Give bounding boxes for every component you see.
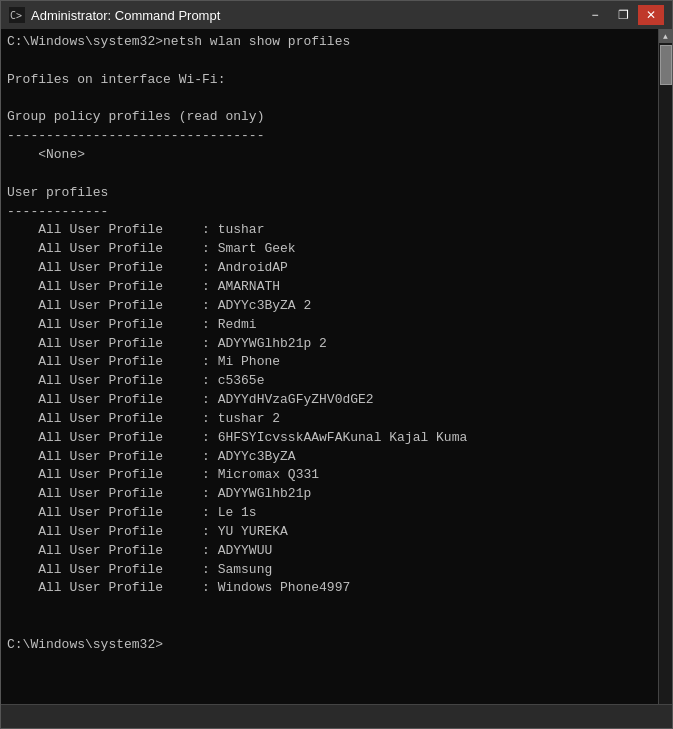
minimize-button[interactable]: −	[582, 5, 608, 25]
window-title: Administrator: Command Prompt	[31, 8, 220, 23]
scrollbar-thumb[interactable]	[660, 45, 672, 85]
title-bar-left: C> Administrator: Command Prompt	[9, 7, 220, 23]
scroll-up-arrow[interactable]: ▲	[659, 29, 673, 43]
scrollbar[interactable]: ▲	[658, 29, 672, 704]
title-bar-controls: − ❐ ✕	[582, 5, 664, 25]
taskbar	[1, 704, 672, 728]
maximize-button[interactable]: ❐	[610, 5, 636, 25]
console-area: C:\Windows\system32>netsh wlan show prof…	[1, 29, 672, 704]
close-button[interactable]: ✕	[638, 5, 664, 25]
command-prompt-window: C> Administrator: Command Prompt − ❐ ✕ C…	[0, 0, 673, 729]
console-output[interactable]: C:\Windows\system32>netsh wlan show prof…	[1, 29, 658, 704]
title-bar: C> Administrator: Command Prompt − ❐ ✕	[1, 1, 672, 29]
cmd-icon: C>	[9, 7, 25, 23]
svg-text:C>: C>	[10, 10, 22, 21]
